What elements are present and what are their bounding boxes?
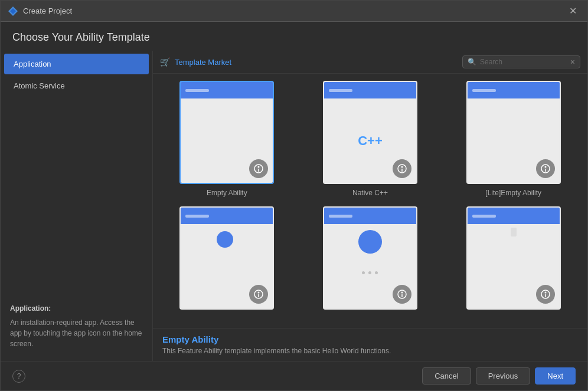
search-clear-icon[interactable]: × <box>570 58 575 66</box>
panel-header: 🛒 Template Market 🔍 × <box>153 51 587 74</box>
sidebar-description: Application: An installation-required ap… <box>1 294 152 359</box>
svg-point-9 <box>258 292 260 294</box>
svg-point-7 <box>544 166 546 168</box>
template-preview-detail[interactable] <box>323 206 417 310</box>
template-card-detail[interactable] <box>303 206 437 314</box>
search-input[interactable] <box>480 58 567 66</box>
help-button[interactable]: ? <box>12 370 25 383</box>
desc-title: Application: <box>10 303 143 314</box>
selected-template-name: Empty Ability <box>162 334 578 344</box>
title-text: Create Project <box>23 6 72 15</box>
template-preview-table[interactable] <box>466 206 561 310</box>
svg-point-11 <box>401 292 403 294</box>
right-panel: 🛒 Template Market 🔍 × <box>153 51 587 361</box>
template-card-lite-empty[interactable]: [Lite]Empty Ability <box>446 81 580 197</box>
template-preview-native-cpp[interactable]: C++ <box>323 81 417 184</box>
title-bar-left: Create Project <box>8 6 72 17</box>
svg-point-13 <box>544 292 546 294</box>
selected-template-desc: This Feature Ability template implements… <box>162 347 578 355</box>
badge-lite-empty <box>536 159 555 178</box>
badge-empty-ability <box>249 159 268 178</box>
create-project-dialog: Create Project ✕ Choose Your Ability Tem… <box>0 0 588 391</box>
template-name-lite-empty: [Lite]Empty Ability <box>485 189 541 197</box>
svg-point-3 <box>258 166 260 168</box>
template-name-empty-ability: Empty Ability <box>207 189 247 197</box>
badge-detail <box>393 285 411 304</box>
template-card-list[interactable] <box>160 206 294 314</box>
search-box[interactable]: 🔍 × <box>462 55 580 68</box>
template-market-icon: 🛒 <box>160 57 170 67</box>
content-area: Application Atomic Service Application: … <box>1 51 587 361</box>
template-card-empty-ability[interactable]: Empty Ability <box>160 81 294 197</box>
desc-text: An installation-required app. Access the… <box>10 317 143 349</box>
search-icon: 🔍 <box>468 58 476 66</box>
template-card-table[interactable] <box>446 206 580 314</box>
template-preview-lite-empty[interactable] <box>466 81 561 184</box>
bottom-info: Empty Ability This Feature Ability templ… <box>153 328 587 361</box>
template-card-native-cpp[interactable]: C++ Native C++ <box>303 81 437 197</box>
template-market-label: Template Market <box>175 58 231 67</box>
app-icon <box>8 6 18 17</box>
footer-buttons: Cancel Previous Next <box>422 367 576 385</box>
svg-point-5 <box>401 166 403 168</box>
badge-table <box>536 285 555 304</box>
sidebar-item-application[interactable]: Application <box>4 54 149 74</box>
template-name-native-cpp: Native C++ <box>352 189 388 197</box>
previous-button[interactable]: Previous <box>476 367 531 385</box>
templates-grid: Empty Ability C++ <box>153 74 587 328</box>
panel-header-left: 🛒 Template Market <box>160 57 231 67</box>
template-preview-empty-ability[interactable] <box>179 81 274 184</box>
footer: ? Cancel Previous Next <box>1 361 587 390</box>
sidebar: Application Atomic Service Application: … <box>1 51 153 361</box>
main-title: Choose Your Ability Template <box>1 22 587 51</box>
badge-list <box>249 285 268 304</box>
template-preview-list[interactable] <box>179 206 274 310</box>
next-button[interactable]: Next <box>535 367 576 385</box>
cpp-label: C++ <box>358 133 383 149</box>
badge-native-cpp <box>393 159 411 178</box>
sidebar-item-atomic-service[interactable]: Atomic Service <box>4 75 149 96</box>
title-bar: Create Project ✕ <box>1 1 587 22</box>
close-button[interactable]: ✕ <box>566 5 580 17</box>
cancel-button[interactable]: Cancel <box>422 367 471 385</box>
